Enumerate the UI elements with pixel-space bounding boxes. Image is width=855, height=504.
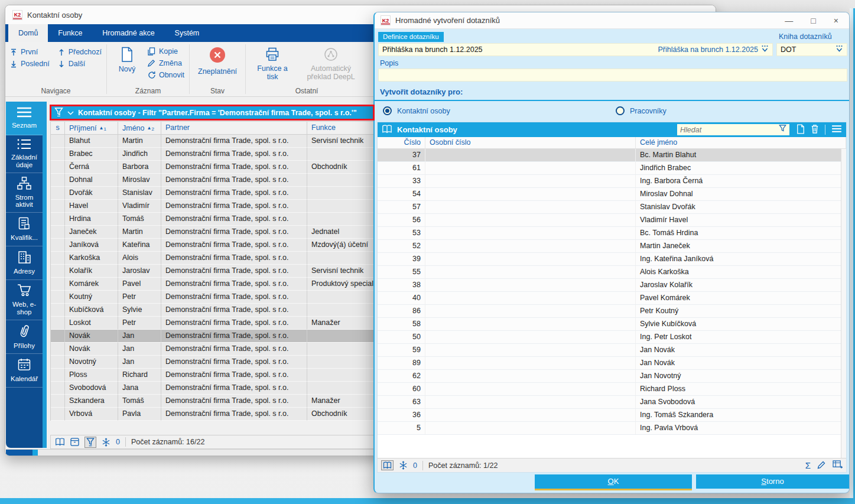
sidebar-item-zakladni-udaje[interactable]: Základní údaje [6,135,43,173]
book-field[interactable]: DOT [776,43,847,56]
list-cell: 60 [378,383,425,395]
combo-dropdown-icon[interactable] [761,45,769,54]
next-record-button[interactable]: Další [58,60,102,68]
column-header[interactable]: Číslo [378,137,425,148]
list-row[interactable]: 61Jindřich Brabec [378,162,846,175]
table-cell: Kubíčková [65,304,118,317]
list-row[interactable]: 56Vladimír Havel [378,214,846,227]
column-header[interactable]: Osobní číslo [425,137,636,148]
minimize-button[interactable]: — [785,16,793,25]
sum-icon[interactable]: Σ [805,460,811,470]
table-cell: Demonstrační firma Trade, spol. s r.o. [161,317,307,330]
book-view-icon[interactable] [55,438,65,446]
sidebar-item-adresy[interactable]: Adresy [6,246,43,280]
table-cell: Demonstrační firma Trade, spol. s r.o. [161,304,307,317]
table-cell [51,187,65,200]
table-cell: Demonstrační firma Trade, spol. s r.o. [161,148,307,161]
sidebar-item-seznam[interactable]: Seznam [6,102,43,135]
list-row[interactable]: 58Sylvie Kubíčková [378,318,846,331]
new-record-button[interactable]: Nový [112,45,142,74]
list-row[interactable]: 53Bc. Tomáš Hrdina [378,227,846,240]
table-add-icon[interactable] [833,460,843,471]
search-filter-icon[interactable] [779,125,786,135]
search-input[interactable] [680,126,776,134]
sidebar-item-kvalifikace[interactable]: Kvalifik... [6,213,43,246]
column-header[interactable]: s [51,122,65,135]
first-record-button[interactable]: První [10,48,50,56]
list-row[interactable]: 59Jan Novák [378,344,846,357]
list-row[interactable]: 52Martin Janeček [378,240,846,253]
tab-system[interactable]: Systém [165,24,210,42]
new-document-icon[interactable] [797,124,805,136]
box-view-icon[interactable] [70,438,79,446]
sidebar-item-web-eshop[interactable]: Web, e-shop [6,280,43,320]
list-row[interactable]: 86Petr Koutný [378,305,846,318]
previous-record-button[interactable]: Předchozí [58,48,102,56]
tab-hromadne-akce[interactable]: Hromadné akce [92,24,164,42]
table-cell: Vrbová [65,408,118,421]
list-row[interactable]: 60Richard Ploss [378,383,846,396]
tab-funkce[interactable]: Funkce [48,24,92,42]
tab-domu[interactable]: Domů [8,24,48,42]
list-row[interactable]: 5Ing. Pavla Vrbová [378,422,846,435]
vertical-scrollbar[interactable] [841,149,846,458]
radio-contact-persons[interactable]: Kontaktní osoby [383,106,450,115]
last-record-button[interactable]: Poslední [10,60,50,68]
invalidate-button[interactable]: Zneplatnění [194,45,240,77]
sidebar-item-prilohy[interactable]: Přílohy [6,320,43,354]
scrollbar-thumb[interactable] [6,450,32,456]
column-header[interactable]: Partner [161,122,307,135]
description-input[interactable] [382,71,843,79]
book-value: DOT [781,45,796,54]
copy-record-button[interactable]: Kopie [147,47,184,56]
close-button[interactable]: × [834,16,838,25]
filter-toggle-pressed[interactable] [84,437,96,448]
book-view-pressed[interactable] [381,460,394,470]
snowflake-icon[interactable] [399,461,408,470]
list-cell: Ing. Tomáš Szkandera [636,409,846,421]
snowflake-icon[interactable] [102,438,110,447]
radio-workers[interactable]: Pracovníky [616,106,667,115]
list-row[interactable]: 37Bc. Martin Blahut [378,149,846,162]
table-cell [51,148,65,161]
trash-icon[interactable] [811,124,819,135]
list-row[interactable]: 38Jaroslav Kolařík [378,279,846,292]
definition-field[interactable]: Přihláška na brunch 1.12.2025 Přihláška … [378,43,773,56]
list-row[interactable]: 39Ing. Kateřina Janíková [378,253,846,266]
edit-pencil-icon[interactable] [817,460,826,471]
table-cell: Demonstrační firma Trade, spol. s r.o. [161,213,307,226]
list-row[interactable]: 33Ing. Barbora Černá [378,175,846,188]
column-header[interactable]: Celé jméno [636,137,846,148]
sidebar-item-kalendar[interactable]: Kalendář [6,354,43,388]
list-cell: 5 [378,422,425,434]
functions-print-button[interactable]: Funkce a tisk [251,45,294,83]
list-row[interactable]: 89Jan Novák [378,357,846,370]
refresh-record-button[interactable]: Obnovit [147,71,184,79]
column-header[interactable]: Jméno▲2 [118,122,161,135]
list-cell [425,396,636,408]
maximize-button[interactable]: □ [811,16,815,25]
ok-button[interactable]: OK [535,474,692,489]
storno-button[interactable]: Storno [696,474,849,489]
list-cell [425,201,636,213]
list-row[interactable]: 36Ing. Tomáš Szkandera [378,409,846,422]
cart-icon [17,284,31,298]
list-row[interactable]: 57Stanislav Dvořák [378,201,846,214]
combo-dropdown-icon[interactable] [836,45,843,54]
list-row[interactable]: 63Jana Svobodová [378,396,846,409]
change-record-button[interactable]: Změna [147,59,184,67]
deepl-translate-button[interactable]: Automatický překlad DeepL [299,45,363,83]
list-cell: 36 [378,409,425,421]
list-row[interactable]: 50Ing. Petr Loskot [378,331,846,344]
list-row[interactable]: 40Pavel Komárek [378,292,846,305]
list-row[interactable]: 62Jan Novotný [378,370,846,383]
list-row[interactable]: 54Miroslav Dohnal [378,188,846,201]
list-cell [425,266,636,278]
sidebar-item-strom-aktivit[interactable]: Strom aktivit [6,173,43,213]
list-row[interactable]: 55Alois Karkoška [378,266,846,279]
list-cell: Miroslav Dohnal [636,188,846,200]
hamburger-menu-icon[interactable] [831,125,842,135]
list-cell [425,357,636,369]
column-header[interactable]: Příjmení▲1 [65,122,118,135]
table-cell [51,382,65,395]
